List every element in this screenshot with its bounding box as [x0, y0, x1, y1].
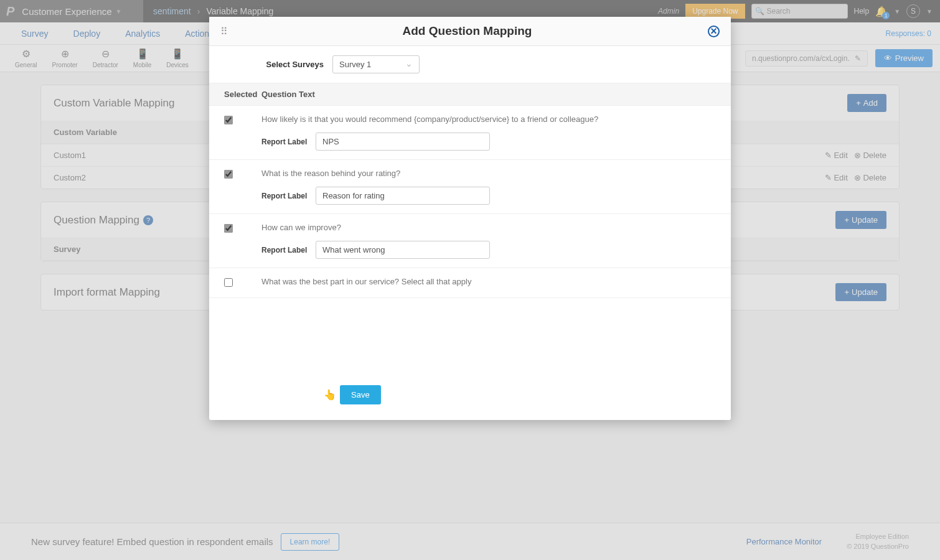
modal-overlay: ⠿ Add Question Mapping × Select Surveys … [0, 0, 940, 560]
question-checkbox[interactable] [224, 278, 233, 287]
modal-head: ⠿ Add Question Mapping × [209, 17, 731, 46]
modal-body: Select Surveys Survey 1 Selected Questio… [209, 46, 731, 420]
question-row: What was the best part in our service? S… [209, 268, 731, 298]
question-text: What is the reason behind your rating? [261, 169, 400, 178]
question-checkbox[interactable] [224, 224, 233, 233]
modal-footer: Save [209, 298, 731, 420]
question-checkbox[interactable] [224, 170, 233, 179]
drag-handle-icon[interactable]: ⠿ [220, 26, 227, 37]
mapping-table-header: Selected Question Text [209, 83, 731, 106]
survey-dropdown[interactable]: Survey 1 [332, 55, 420, 73]
col-question-text-header: Question Text [261, 90, 315, 99]
select-surveys-label: Select Surveys [224, 60, 324, 69]
survey-selected-value: Survey 1 [339, 60, 371, 69]
report-label-label: Report Label [261, 138, 308, 146]
report-label-input[interactable] [316, 241, 490, 259]
question-row: How likely is it that you would recommen… [209, 106, 731, 160]
survey-selector-row: Select Surveys Survey 1 [209, 46, 731, 83]
close-icon[interactable]: × [708, 26, 720, 37]
modal-title: Add Question Mapping [227, 24, 708, 38]
question-row: How can we improve? Report Label [209, 214, 731, 268]
report-label-input[interactable] [316, 133, 490, 151]
col-selected-header: Selected [224, 90, 261, 99]
save-button[interactable]: Save [340, 385, 381, 404]
report-label-input[interactable] [316, 187, 490, 205]
question-text: What was the best part in our service? S… [261, 277, 471, 286]
report-label-label: Report Label [261, 192, 308, 200]
question-checkbox[interactable] [224, 116, 233, 124]
question-row: What is the reason behind your rating? R… [209, 160, 731, 214]
question-text: How likely is it that you would recommen… [261, 114, 598, 124]
modal: ⠿ Add Question Mapping × Select Surveys … [209, 17, 731, 420]
report-label-label: Report Label [261, 246, 308, 254]
question-text: How can we improve? [261, 223, 341, 232]
